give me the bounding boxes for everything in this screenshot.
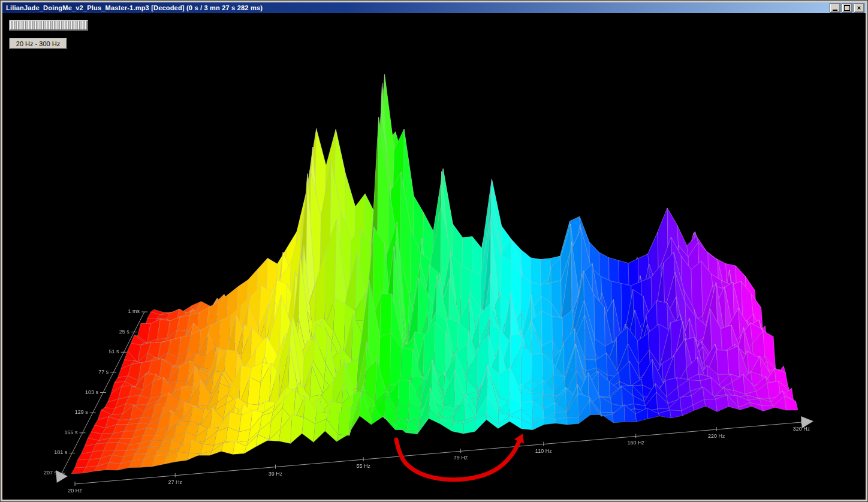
minimize-icon bbox=[833, 10, 837, 11]
spectrogram-3d-plot[interactable] bbox=[2, 13, 866, 500]
client-area: 1 ms25 s51 s77 s103 s129 s155 s181 s207 … bbox=[2, 13, 866, 500]
minimize-button[interactable] bbox=[830, 3, 840, 13]
window-controls: × bbox=[830, 3, 864, 13]
maximize-button[interactable] bbox=[842, 3, 852, 13]
close-button[interactable]: × bbox=[854, 3, 864, 13]
maximize-icon bbox=[844, 5, 850, 11]
window-title: LilianJade_DoingMe_v2_Plus_Master-1.mp3 … bbox=[6, 4, 830, 11]
seek-strip[interactable] bbox=[9, 20, 88, 31]
close-icon: × bbox=[857, 5, 861, 11]
frequency-range-button[interactable]: 20 Hz - 300 Hz bbox=[9, 38, 67, 49]
title-bar[interactable]: LilianJade_DoingMe_v2_Plus_Master-1.mp3 … bbox=[2, 2, 866, 13]
app-window: LilianJade_DoingMe_v2_Plus_Master-1.mp3 … bbox=[0, 0, 868, 502]
